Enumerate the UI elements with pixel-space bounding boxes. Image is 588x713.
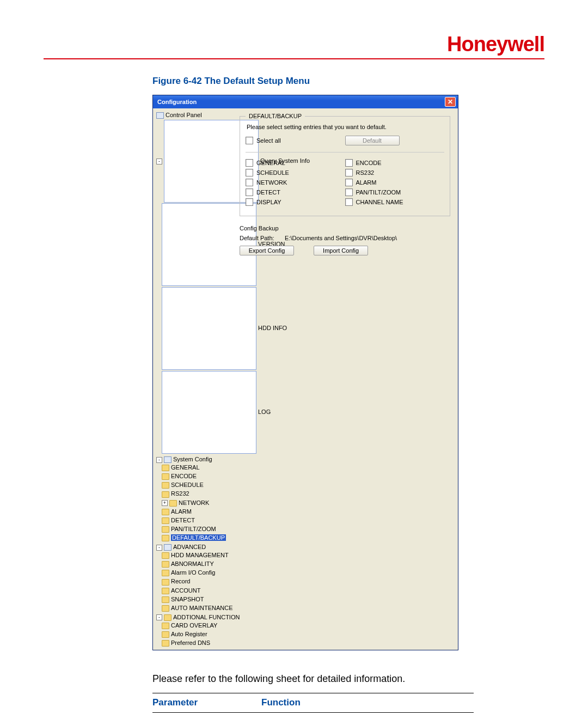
default-path-value: E:\Documents and Settings\DVR\Desktop\ xyxy=(285,235,397,241)
folder-icon xyxy=(169,500,177,507)
collapse-icon[interactable]: - xyxy=(156,457,162,463)
settings-panel: DEFAULT/BACKUP Please select setting ent… xyxy=(234,108,458,650)
select-all-checkbox[interactable] xyxy=(246,137,253,144)
opt-label: GENERAL xyxy=(256,160,285,166)
folder-icon xyxy=(162,631,169,638)
tree-item[interactable]: +NETWORK xyxy=(162,498,232,507)
tree-item[interactable]: LOG xyxy=(162,370,232,454)
folder-icon xyxy=(162,482,169,489)
folder-icon xyxy=(164,544,171,551)
default-backup-group: DEFAULT/BACKUP Please select setting ent… xyxy=(240,113,450,216)
opt-label: PAN/TILT/ZOOM xyxy=(356,189,401,196)
collapse-icon[interactable]: - xyxy=(156,545,162,551)
tree-additional[interactable]: ADDTIONAL FUNCTION xyxy=(173,614,240,620)
folder-icon xyxy=(162,465,169,471)
table-header-function: Function xyxy=(261,693,474,713)
export-config-button[interactable]: Export Config xyxy=(240,246,294,255)
folder-icon xyxy=(162,605,169,612)
tree-advanced[interactable]: ADVANCED xyxy=(173,544,206,550)
opt-checkbox[interactable] xyxy=(345,179,353,186)
opt-checkbox[interactable] xyxy=(345,169,353,176)
opt-checkbox[interactable] xyxy=(345,198,353,206)
expand-icon[interactable]: + xyxy=(162,500,168,506)
folder-icon xyxy=(162,473,169,480)
folder-icon xyxy=(162,509,169,515)
default-path-label: Default Path: xyxy=(240,235,283,241)
folder-icon xyxy=(164,614,171,621)
tree-item[interactable]: CARD OVERLAY xyxy=(162,621,232,630)
close-icon[interactable]: ✕ xyxy=(445,97,456,107)
tree-root[interactable]: Control Panel xyxy=(156,111,232,119)
tree-item[interactable]: ACCOUNT xyxy=(162,586,232,595)
tree-item[interactable]: VERSION xyxy=(162,203,232,287)
folder-icon xyxy=(162,491,169,498)
folder-icon xyxy=(162,623,169,629)
tree-item[interactable]: ABNORMALITY xyxy=(162,559,232,568)
tree-item[interactable]: AUTO MAINTENANCE xyxy=(162,604,232,612)
select-all-label: Select all xyxy=(256,137,281,144)
opt-checkbox[interactable] xyxy=(345,188,353,196)
opt-checkbox[interactable] xyxy=(246,169,253,176)
header-rule xyxy=(44,58,544,59)
tree-item[interactable]: HDD INFO xyxy=(162,287,232,370)
window-title: Configuration xyxy=(157,99,197,105)
tree-item[interactable]: PAN/TILT/ZOOM xyxy=(162,525,232,533)
config-window: Configuration ✕ Control Panel -Query Sys… xyxy=(152,95,458,650)
group-title: DEFAULT/BACKUP xyxy=(246,113,305,119)
opt-checkbox[interactable] xyxy=(246,179,253,186)
folder-icon xyxy=(162,517,169,524)
tree-item[interactable]: HDD MANAGEMENT xyxy=(162,551,232,559)
tree-item[interactable]: DETECT xyxy=(162,516,232,525)
folder-icon xyxy=(162,535,169,541)
folder-icon xyxy=(162,588,169,594)
opt-checkbox[interactable] xyxy=(246,159,253,167)
panel-icon xyxy=(156,112,164,119)
brand-logo: Honeywell xyxy=(447,33,544,56)
tree-item[interactable]: SNAPSHOT xyxy=(162,595,232,604)
tree-item[interactable]: Auto Register xyxy=(162,630,232,638)
parameter-table: Parameter Function Select AllRestore the… xyxy=(152,693,474,713)
config-backup-label: Config Backup xyxy=(240,225,450,231)
opt-label: DISPLAY xyxy=(256,199,281,205)
folder-icon xyxy=(162,526,169,533)
opt-label: DETECT xyxy=(256,189,280,196)
tree-item[interactable]: GENERAL xyxy=(162,463,232,472)
folder-icon xyxy=(164,456,171,463)
group-hint: Please select setting entries that you w… xyxy=(247,124,444,130)
opt-label: CHANNEL NAME xyxy=(356,199,403,205)
folder-icon xyxy=(162,561,169,568)
opt-label: NETWORK xyxy=(256,179,287,186)
table-header-parameter: Parameter xyxy=(152,693,261,713)
opt-label: ALARM xyxy=(356,179,377,186)
folder-icon xyxy=(162,596,169,603)
tree-item[interactable]: Alarm I/O Config xyxy=(162,568,232,577)
folder-icon xyxy=(162,579,169,586)
folder-icon xyxy=(162,552,169,559)
opt-checkbox[interactable] xyxy=(246,188,253,196)
tree-item[interactable]: ENCODE xyxy=(162,472,232,480)
body-lead: Please refer to the following sheet for … xyxy=(152,672,474,685)
folder-icon xyxy=(162,570,169,576)
tree-item[interactable]: RS232 xyxy=(162,489,232,498)
opt-checkbox[interactable] xyxy=(345,159,353,167)
opt-label: ENCODE xyxy=(356,160,382,166)
collapse-icon[interactable]: - xyxy=(156,614,162,620)
default-button[interactable]: Default xyxy=(345,136,400,145)
window-titlebar: Configuration ✕ xyxy=(153,95,458,108)
figure-caption: Figure 6-42 The Default Setup Menu xyxy=(152,76,544,87)
opt-checkbox[interactable] xyxy=(246,198,253,206)
nav-tree: Control Panel -Query System Info VERSION… xyxy=(153,108,234,650)
folder-icon xyxy=(162,640,169,647)
tree-item[interactable]: Preferred DNS xyxy=(162,638,232,647)
tree-item-selected[interactable]: DEFAULT/BACKUP xyxy=(162,533,232,542)
tree-item[interactable]: ALARM xyxy=(162,507,232,516)
import-config-button[interactable]: Import Config xyxy=(314,246,368,255)
opt-label: RS232 xyxy=(356,169,375,176)
tree-item[interactable]: SCHEDULE xyxy=(162,480,232,489)
tree-item[interactable]: Record xyxy=(162,577,232,586)
collapse-icon[interactable]: - xyxy=(156,159,162,164)
tree-system-config[interactable]: System Config xyxy=(173,456,212,462)
opt-label: SCHEDULE xyxy=(256,169,289,176)
